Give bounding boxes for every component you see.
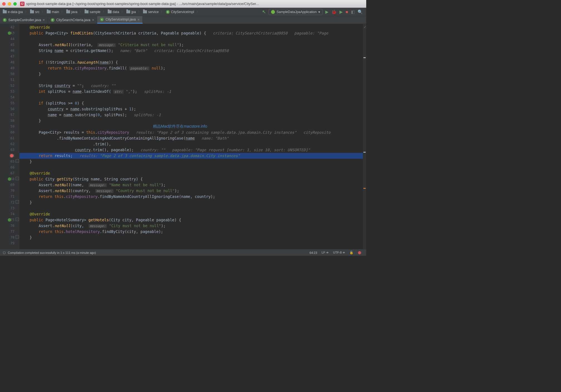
tab-city-search-criteria[interactable]: C CitySearchCriteria.java × <box>48 16 97 24</box>
search-icon[interactable]: 🔍 <box>358 9 363 14</box>
gutter[interactable]: 42 43 44 45 46 47 48 49 50 51 52 53 54 5… <box>0 24 19 249</box>
window-title: spring-boot-sample-data-jpa [~/spring-bo… <box>26 2 259 6</box>
java-class-icon: C <box>100 18 104 21</box>
breadcrumb-jpa[interactable]: jpa <box>125 9 137 14</box>
folder-icon <box>126 10 130 13</box>
caret-position[interactable]: 64:23 <box>307 251 319 254</box>
close-icon[interactable]: × <box>137 18 140 22</box>
override-gutter-icon[interactable] <box>8 31 11 35</box>
run-config-selector[interactable]: SampleDataJpaApplication ▾ <box>269 9 323 15</box>
chevron-down-icon: ▾ <box>318 10 320 14</box>
tab-city-service-impl[interactable]: C CityServiceImpl.java × <box>97 16 142 24</box>
folder-icon <box>3 10 7 13</box>
close-icon[interactable]: × <box>43 18 45 22</box>
file-encoding[interactable]: UTF-8 ≑ <box>331 251 347 254</box>
run-coverage-icon[interactable]: ▶ <box>339 9 343 14</box>
readonly-toggle-icon[interactable]: 🔓 <box>347 251 356 254</box>
breadcrumb-service[interactable]: service <box>142 9 160 14</box>
stop-icon[interactable]: ■ <box>346 9 348 14</box>
java-class-icon: C <box>51 18 55 22</box>
debug-icon[interactable]: 🐞 <box>331 9 337 14</box>
editor-area[interactable]: 42 43 44 45 46 47 48 49 50 51 52 53 54 5… <box>0 24 366 249</box>
folder-icon <box>143 10 147 13</box>
run-icon[interactable]: ▶ <box>325 9 329 14</box>
tool-window-quick-access-icon[interactable]: ▢ <box>3 251 6 254</box>
folder-icon <box>108 10 112 13</box>
status-message: Compilation completed successfully in 1 … <box>6 251 98 254</box>
breadcrumb-src[interactable]: src <box>29 9 41 14</box>
status-bar: ▢ Compilation completed successfully in … <box>0 249 366 256</box>
override-gutter-icon[interactable] <box>8 218 11 222</box>
inspection-ok-icon[interactable]: ✓ <box>364 25 366 29</box>
tab-sample-controller[interactable]: C SampleController.java × <box>0 16 48 24</box>
layout-icon[interactable]: ◧ <box>351 9 355 14</box>
app-icon: IJ <box>20 2 24 6</box>
minimize-window-icon[interactable] <box>8 2 11 6</box>
navigation-bar: e-data-jpa〉 src〉 main〉 java〉 sample〉 dat… <box>0 8 366 16</box>
fold-icon[interactable]: − <box>16 218 19 221</box>
spring-boot-icon <box>271 10 275 14</box>
fold-icon[interactable]: − <box>16 200 19 204</box>
breadcrumb-main[interactable]: main <box>46 9 60 14</box>
memory-indicator-icon[interactable]: ⬤ <box>356 251 363 254</box>
folder-icon <box>30 10 34 13</box>
folder-icon <box>47 10 51 13</box>
code-editor[interactable]: @Override public Page<City> findCities(C… <box>19 24 363 249</box>
fold-icon[interactable]: − <box>16 159 19 163</box>
line-separator[interactable]: LF ≑ <box>319 251 331 254</box>
breadcrumb-sample[interactable]: sample <box>83 9 102 14</box>
error-stripe[interactable]: ✓ <box>363 24 366 249</box>
build-icon[interactable]: ↖ <box>260 9 267 14</box>
close-window-icon[interactable] <box>2 2 6 6</box>
breakpoint-gutter-icon[interactable] <box>10 154 13 157</box>
title-bar: IJ spring-boot-sample-data-jpa [~/spring… <box>0 0 366 8</box>
breadcrumb-java[interactable]: java <box>65 9 78 14</box>
class-icon: C <box>166 10 170 14</box>
java-class-icon: C <box>3 18 7 22</box>
editor-tabs: C SampleController.java × C CitySearchCr… <box>0 16 366 24</box>
traffic-lights <box>2 2 17 6</box>
folder-icon <box>85 10 88 13</box>
breadcrumb-class[interactable]: C CityServiceImpl <box>165 9 195 14</box>
folder-icon <box>66 10 70 13</box>
breadcrumb-root[interactable]: e-data-jpa <box>2 9 24 14</box>
zoom-window-icon[interactable] <box>13 2 17 6</box>
fold-icon[interactable]: − <box>16 235 19 239</box>
close-icon[interactable]: × <box>92 18 94 22</box>
fold-icon[interactable]: − <box>16 177 19 180</box>
override-gutter-icon[interactable] <box>8 177 11 181</box>
breadcrumb-data[interactable]: data <box>107 9 120 14</box>
